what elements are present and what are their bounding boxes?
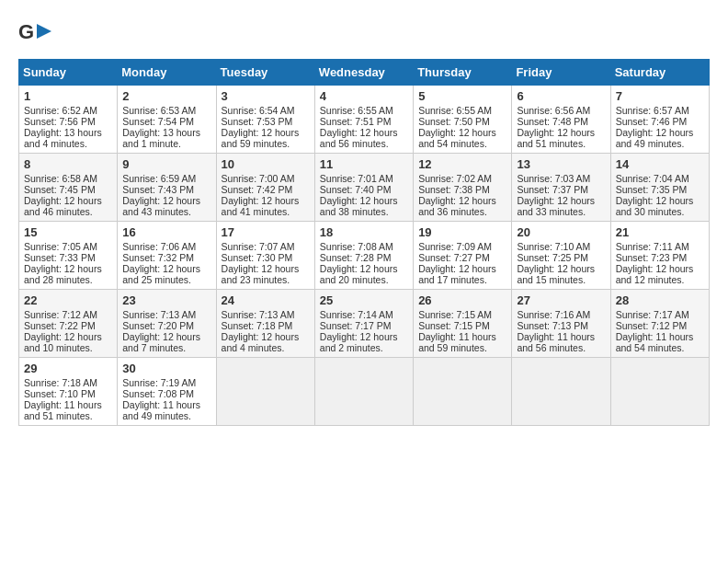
daylight-text: Daylight: 12 hours and 10 minutes. [24, 331, 102, 353]
day-number: 5 [418, 89, 506, 103]
sunset-text: Sunset: 7:35 PM [616, 184, 688, 195]
sunset-text: Sunset: 7:46 PM [616, 116, 688, 127]
calendar-cell [216, 358, 314, 426]
sunrise-text: Sunrise: 7:08 AM [320, 241, 393, 252]
svg-text:G: G [18, 20, 34, 43]
sunset-text: Sunset: 7:20 PM [122, 320, 194, 331]
sunset-text: Sunset: 7:08 PM [122, 388, 194, 399]
day-number: 29 [24, 362, 112, 375]
daylight-text: Daylight: 12 hours and 20 minutes. [320, 263, 398, 285]
header-row: Sunday Monday Tuesday Wednesday Thursday… [19, 60, 710, 86]
sunrise-text: Sunrise: 7:05 AM [24, 241, 97, 252]
calendar-cell: 18Sunrise: 7:08 AMSunset: 7:28 PMDayligh… [314, 222, 413, 290]
sunrise-text: Sunrise: 7:17 AM [616, 309, 689, 320]
col-thursday: Thursday [414, 60, 512, 86]
calendar-cell [512, 358, 610, 426]
logo-icon: G [18, 18, 51, 44]
calendar-cell: 11Sunrise: 7:01 AMSunset: 7:40 PMDayligh… [314, 154, 413, 222]
day-number: 2 [122, 89, 210, 103]
sunrise-text: Sunrise: 7:10 AM [517, 241, 590, 252]
calendar-cell: 22Sunrise: 7:12 AMSunset: 7:22 PMDayligh… [19, 290, 118, 358]
calendar-cell: 2Sunrise: 6:53 AMSunset: 7:54 PMDaylight… [118, 86, 216, 154]
sunrise-text: Sunrise: 7:02 AM [418, 173, 492, 184]
sunrise-text: Sunrise: 7:09 AM [418, 241, 492, 252]
calendar-cell: 20Sunrise: 7:10 AMSunset: 7:25 PMDayligh… [512, 222, 610, 290]
day-number: 3 [222, 89, 310, 103]
day-number: 4 [320, 89, 408, 103]
daylight-text: Daylight: 12 hours and 56 minutes. [320, 127, 398, 149]
sunrise-text: Sunrise: 6:54 AM [222, 105, 295, 116]
sunrise-text: Sunrise: 6:56 AM [517, 105, 590, 116]
sunset-text: Sunset: 7:15 PM [418, 320, 490, 331]
daylight-text: Daylight: 13 hours and 4 minutes. [24, 127, 102, 149]
sunset-text: Sunset: 7:37 PM [517, 184, 588, 195]
sunset-text: Sunset: 7:12 PM [616, 320, 688, 331]
daylight-text: Daylight: 12 hours and 2 minutes. [320, 331, 398, 353]
sunrise-text: Sunrise: 6:59 AM [122, 173, 196, 184]
sunset-text: Sunset: 7:17 PM [320, 320, 392, 331]
day-number: 14 [616, 157, 704, 171]
calendar-cell [610, 358, 709, 426]
sunrise-text: Sunrise: 7:16 AM [517, 309, 590, 320]
calendar-cell: 7Sunrise: 6:57 AMSunset: 7:46 PMDaylight… [610, 86, 709, 154]
col-wednesday: Wednesday [314, 60, 413, 86]
sunrise-text: Sunrise: 7:13 AM [122, 309, 196, 320]
day-number: 17 [222, 225, 310, 239]
col-saturday: Saturday [610, 60, 709, 86]
sunrise-text: Sunrise: 7:03 AM [517, 173, 590, 184]
daylight-text: Daylight: 11 hours and 51 minutes. [24, 399, 102, 421]
day-number: 6 [517, 89, 605, 103]
sunrise-text: Sunrise: 6:55 AM [320, 105, 393, 116]
sunrise-text: Sunrise: 7:06 AM [122, 241, 196, 252]
calendar-cell: 16Sunrise: 7:06 AMSunset: 7:32 PMDayligh… [118, 222, 216, 290]
calendar-cell: 29Sunrise: 7:18 AMSunset: 7:10 PMDayligh… [19, 358, 118, 426]
calendar-cell: 9Sunrise: 6:59 AMSunset: 7:43 PMDaylight… [118, 154, 216, 222]
calendar-cell: 8Sunrise: 6:58 AMSunset: 7:45 PMDaylight… [19, 154, 118, 222]
daylight-text: Daylight: 13 hours and 1 minute. [122, 127, 200, 149]
sunset-text: Sunset: 7:56 PM [24, 116, 96, 127]
daylight-text: Daylight: 12 hours and 4 minutes. [222, 331, 300, 353]
day-number: 16 [122, 225, 210, 239]
daylight-text: Daylight: 12 hours and 41 minutes. [222, 195, 300, 217]
calendar-cell: 27Sunrise: 7:16 AMSunset: 7:13 PMDayligh… [512, 290, 610, 358]
sunset-text: Sunset: 7:25 PM [517, 252, 588, 263]
sunset-text: Sunset: 7:42 PM [222, 184, 293, 195]
daylight-text: Daylight: 12 hours and 36 minutes. [418, 195, 496, 217]
day-number: 30 [122, 362, 210, 375]
sunrise-text: Sunrise: 7:18 AM [24, 377, 97, 388]
sunset-text: Sunset: 7:32 PM [122, 252, 194, 263]
sunrise-text: Sunrise: 7:04 AM [616, 173, 689, 184]
daylight-text: Daylight: 12 hours and 46 minutes. [24, 195, 102, 217]
day-number: 12 [418, 157, 506, 171]
day-number: 21 [616, 225, 704, 239]
sunset-text: Sunset: 7:48 PM [517, 116, 588, 127]
sunset-text: Sunset: 7:38 PM [418, 184, 490, 195]
sunset-text: Sunset: 7:13 PM [517, 320, 588, 331]
calendar-cell: 30Sunrise: 7:19 AMSunset: 7:08 PMDayligh… [118, 358, 216, 426]
sunset-text: Sunset: 7:54 PM [122, 116, 194, 127]
daylight-text: Daylight: 11 hours and 56 minutes. [517, 331, 595, 353]
calendar-table: Sunday Monday Tuesday Wednesday Thursday… [18, 59, 710, 426]
day-number: 19 [418, 225, 506, 239]
day-number: 26 [418, 293, 506, 307]
sunset-text: Sunset: 7:50 PM [418, 116, 490, 127]
calendar-cell: 3Sunrise: 6:54 AMSunset: 7:53 PMDaylight… [216, 86, 314, 154]
daylight-text: Daylight: 12 hours and 28 minutes. [24, 263, 102, 285]
sunrise-text: Sunrise: 7:12 AM [24, 309, 97, 320]
sunrise-text: Sunrise: 7:11 AM [616, 241, 689, 252]
day-number: 15 [24, 225, 112, 239]
sunrise-text: Sunrise: 6:55 AM [418, 105, 492, 116]
day-number: 25 [320, 293, 408, 307]
sunrise-text: Sunrise: 7:07 AM [222, 241, 295, 252]
day-number: 22 [24, 293, 112, 307]
sunset-text: Sunset: 7:30 PM [222, 252, 293, 263]
calendar-week-3: 15Sunrise: 7:05 AMSunset: 7:33 PMDayligh… [19, 222, 710, 290]
sunrise-text: Sunrise: 7:01 AM [320, 173, 393, 184]
sunset-text: Sunset: 7:23 PM [616, 252, 688, 263]
daylight-text: Daylight: 12 hours and 33 minutes. [517, 195, 595, 217]
logo: G [18, 18, 55, 44]
col-sunday: Sunday [19, 60, 118, 86]
day-number: 8 [24, 157, 112, 171]
sunset-text: Sunset: 7:10 PM [24, 388, 96, 399]
daylight-text: Daylight: 12 hours and 25 minutes. [122, 263, 200, 285]
